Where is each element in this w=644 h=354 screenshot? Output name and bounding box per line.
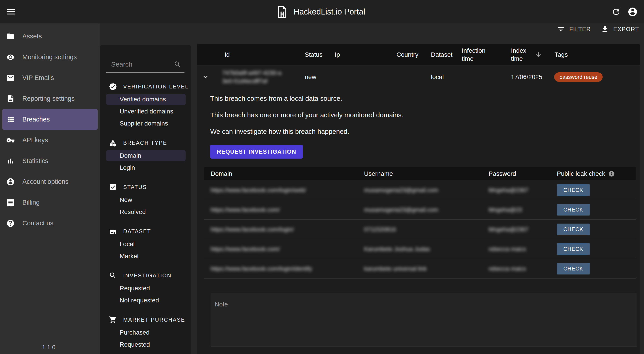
- breach-detail: This breach comes from a local data sour…: [197, 89, 640, 347]
- check-leak-button[interactable]: CHECK: [557, 204, 590, 215]
- filter-option-domain[interactable]: Domain: [106, 150, 186, 161]
- filter-group-title: DATASET: [123, 228, 151, 234]
- app-title: HackedList.io Portal: [294, 7, 365, 16]
- filter-option-verified-domains[interactable]: Verified domains: [106, 94, 186, 105]
- credential-domain-redacted: https://www.facebook.com/: [211, 245, 280, 252]
- filter-group: DATASET Local Market: [100, 225, 191, 262]
- filter-group: STATUS New Resolved: [100, 181, 191, 217]
- storefront-icon: [109, 227, 117, 235]
- credential-domain-redacted: https://www.facebook.com/login/identify: [211, 265, 312, 272]
- filter-option-purchased[interactable]: Purchased: [100, 327, 191, 338]
- credential-username-redacted: Karumbete Joshua Judas: [364, 245, 430, 252]
- export-button[interactable]: EXPORT: [601, 25, 639, 33]
- detail-line: This breach has one or more of your acti…: [210, 111, 640, 119]
- search-icon: [174, 60, 181, 68]
- sort-descending-icon[interactable]: [535, 51, 542, 58]
- column-password: Password: [488, 170, 516, 177]
- column-domain: Domain: [211, 170, 232, 177]
- check-leak-button[interactable]: CHECK: [557, 263, 590, 275]
- cart-icon: [109, 316, 117, 324]
- credential-password-redacted: Mngeha@23: [488, 206, 522, 213]
- request-investigation-button[interactable]: REQUEST INVESTIGATION: [210, 145, 303, 159]
- credential-password-redacted: Mngeha@2367: [488, 226, 528, 233]
- eye-icon: [6, 53, 15, 61]
- sidebar-item-breaches[interactable]: Breaches: [2, 109, 98, 130]
- column-public-leak-check: Public leak check: [557, 170, 615, 177]
- info-icon[interactable]: [608, 171, 615, 177]
- credential-username-redacted: 0711520816: [364, 226, 396, 233]
- credential-domain-redacted: https://www.facebook.com/login/: [211, 226, 294, 233]
- detail-line: We can investigate how this breach happe…: [210, 128, 640, 135]
- filter-option-login[interactable]: Login: [100, 162, 191, 173]
- menu-button[interactable]: [6, 7, 16, 17]
- search-icon: [109, 272, 117, 280]
- filter-panel: Search VERIFICATION LEVEL Verified domai…: [100, 45, 191, 354]
- verified-icon: [109, 83, 117, 91]
- document-icon: [6, 94, 15, 103]
- checkbox-icon: [109, 183, 117, 191]
- app-version: 1.1.0: [42, 344, 56, 351]
- detail-line: This breach comes from a local data sour…: [210, 95, 640, 102]
- credential-row: https://www.facebook.com/login/ 07115208…: [204, 219, 636, 239]
- filter-group-header: DATASET: [100, 225, 191, 238]
- filter-option-not-requested[interactable]: Not requested: [100, 351, 191, 354]
- detail-lines: This breach comes from a local data sour…: [197, 95, 640, 135]
- column-dataset: Dataset: [431, 51, 452, 58]
- app-bar: HackedList.io Portal: [0, 0, 644, 23]
- note-label: Note: [215, 301, 228, 308]
- filter-group: MARKET PURCHASE Purchased Requested Not …: [100, 314, 191, 354]
- column-infection-time: Infection time: [462, 47, 492, 63]
- expand-row-icon[interactable]: [202, 73, 209, 81]
- credentials-table: Domain Username Password Public leak che…: [204, 167, 636, 279]
- sidebar-item-vip-emails[interactable]: VIP Emails: [0, 67, 100, 88]
- refresh-button[interactable]: [611, 7, 621, 16]
- sidebar-item-assets[interactable]: Assets: [0, 26, 100, 47]
- filter-option-unverified-domains[interactable]: Unverified domains: [100, 106, 191, 117]
- filter-group: BREACH TYPE Domain Login: [100, 137, 191, 173]
- sidebar-item-reporting-settings[interactable]: Reporting settings: [0, 88, 100, 109]
- filter-option-new[interactable]: New: [100, 194, 191, 205]
- mail-icon: [6, 74, 15, 82]
- menu-icon: [6, 7, 16, 17]
- filter-group: INVESTIGATION Requested Not requested: [100, 269, 191, 306]
- filter-option-resolved[interactable]: Resolved: [100, 206, 191, 217]
- filter-option-market[interactable]: Market: [100, 251, 191, 262]
- public-leak-check-label: Public leak check: [557, 170, 605, 177]
- sidebar-nav: Assets Monitoring settings VIP Emails Re…: [0, 23, 100, 234]
- export-button-label: EXPORT: [613, 26, 639, 33]
- breach-row[interactable]: 747b0a9f-a497-4230-a3e0-51d4ecdff7af new…: [197, 65, 640, 89]
- sidebar-item-api-keys[interactable]: API keys: [0, 130, 100, 151]
- sidebar-item-billing[interactable]: Billing: [0, 192, 100, 213]
- column-index-time: Index time: [511, 47, 533, 63]
- filter-group-header: VERIFICATION LEVEL: [100, 80, 191, 93]
- column-tags: Tags: [554, 51, 568, 58]
- sidebar-item-statistics[interactable]: Statistics: [0, 151, 100, 171]
- list-icon: [6, 115, 15, 124]
- breach-table-header: Id Status Ip Country Dataset Infection t…: [197, 44, 640, 65]
- note-field[interactable]: Note: [211, 293, 636, 347]
- column-username: Username: [364, 170, 393, 177]
- breach-dataset: local: [431, 73, 444, 81]
- refresh-icon: [611, 7, 621, 16]
- sidebar-item-monitoring-settings[interactable]: Monitoring settings: [0, 47, 100, 67]
- filter-option-supplier-domains[interactable]: Supplier domains: [100, 118, 191, 129]
- filter-option-requested[interactable]: Requested: [100, 339, 191, 350]
- filter-option-not-requested[interactable]: Not requested: [100, 295, 191, 306]
- credential-domain-redacted: https://www.facebook.com/: [211, 206, 280, 213]
- check-leak-button[interactable]: CHECK: [557, 224, 590, 235]
- check-leak-button[interactable]: CHECK: [557, 243, 590, 255]
- account-button[interactable]: [628, 7, 638, 17]
- tag-chip: password reuse: [554, 72, 603, 82]
- credential-username-redacted: musamogeria23@gmail.com: [364, 206, 438, 213]
- filter-option-requested[interactable]: Requested: [100, 283, 191, 294]
- filter-group-title: STATUS: [123, 184, 147, 190]
- column-ip: Ip: [335, 51, 340, 58]
- filter-option-local[interactable]: Local: [100, 238, 191, 250]
- sidebar-item-account-options[interactable]: Account options: [0, 171, 100, 192]
- search-input[interactable]: Search: [106, 56, 184, 73]
- check-leak-button[interactable]: CHECK: [557, 184, 590, 196]
- sidebar-item-contact-us[interactable]: Contact us: [0, 213, 100, 234]
- search-placeholder: Search: [111, 60, 174, 68]
- filter-button[interactable]: FILTER: [557, 25, 591, 33]
- credential-password-redacted: rebecca maics: [488, 265, 526, 272]
